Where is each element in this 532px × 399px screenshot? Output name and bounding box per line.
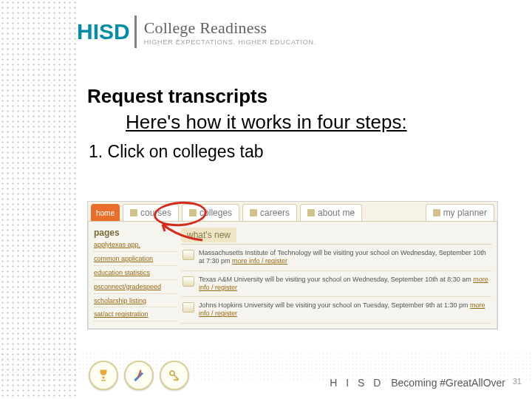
news-link[interactable]: more info / register [232, 257, 287, 265]
page-link[interactable]: applytexas app. [94, 242, 177, 252]
footer-tagline: Becoming #GreatAllOver [391, 377, 505, 389]
ruler-pencil-badge [124, 361, 154, 390]
nav-tabs: home courses colleges careers about me m… [88, 202, 497, 222]
slide-subtitle: Here's how it works in four steps: [126, 111, 407, 134]
news-item: Texas A&M University will be visiting yo… [181, 271, 491, 298]
logo-hisd-text: HISD [77, 19, 130, 44]
tab-careers-label: careers [260, 208, 290, 218]
tab-careers[interactable]: careers [242, 204, 297, 221]
tab-my-planner[interactable]: my planner [426, 204, 494, 221]
calendar-icon [183, 250, 194, 260]
about-me-icon [307, 209, 315, 216]
tab-colleges-label: colleges [200, 208, 232, 218]
tab-courses[interactable]: courses [123, 204, 179, 221]
whats-new-heading: what's new [181, 228, 236, 242]
tab-colleges[interactable]: colleges [182, 204, 239, 221]
tab-about-me-label: about me [318, 208, 355, 218]
pages-heading: pages [94, 228, 177, 238]
step-1-text: 1. Click on colleges tab [89, 142, 264, 162]
logo-separator [134, 16, 137, 48]
svg-point-1 [170, 371, 174, 375]
tab-about-me[interactable]: about me [300, 204, 362, 221]
page-link[interactable]: common application [94, 256, 177, 266]
news-text: Johns Hopkins University will be visitin… [199, 301, 470, 309]
footer: H I S D Becoming #GreatAllOver [330, 377, 505, 389]
key-badge [160, 361, 189, 390]
news-text: Texas A&M University will be visiting yo… [199, 276, 473, 283]
slide-title: Request transcripts [87, 85, 267, 108]
calendar-icon [183, 302, 194, 313]
trophy-badge [89, 361, 118, 390]
logo-tagline: HIGHER EXPECTATIONS. HIGHER EDUCATION. [144, 38, 316, 46]
pages-sidebar: pages applytexas app. common application… [88, 222, 181, 330]
logo-college-readiness: College Readiness [144, 18, 316, 38]
tab-home-label: home [96, 209, 115, 217]
courses-icon [130, 209, 137, 216]
news-item: Johns Hopkins University will be visitin… [181, 297, 491, 324]
calendar-icon [183, 276, 194, 287]
news-list: Massachusetts Institute of Technology wi… [181, 244, 491, 324]
hisd-cr-logo: HISD College Readiness HIGHER EXPECTATIO… [77, 13, 316, 50]
main-panel: what's new Massachusetts Institute of Te… [181, 222, 497, 330]
planner-icon [433, 209, 440, 216]
colleges-icon [189, 209, 197, 216]
tab-home[interactable]: home [91, 204, 120, 221]
badge-row [89, 361, 189, 390]
page-link[interactable]: education statistics [94, 270, 177, 280]
page-link[interactable]: scholarship listing [94, 298, 177, 308]
tab-my-planner-label: my planner [443, 208, 487, 218]
page-link[interactable]: sat/act registration [94, 311, 177, 321]
footer-hisd: H I S D [330, 377, 383, 389]
left-dot-pattern [0, 0, 76, 399]
careers-icon [250, 209, 257, 216]
news-item: Massachusetts Institute of Technology wi… [181, 245, 491, 271]
page-number: 31 [513, 377, 522, 386]
naviance-screenshot: home courses colleges careers about me m… [87, 201, 498, 330]
tab-courses-label: courses [140, 208, 171, 218]
page-link[interactable]: psconnect/gradespeed [94, 284, 177, 294]
